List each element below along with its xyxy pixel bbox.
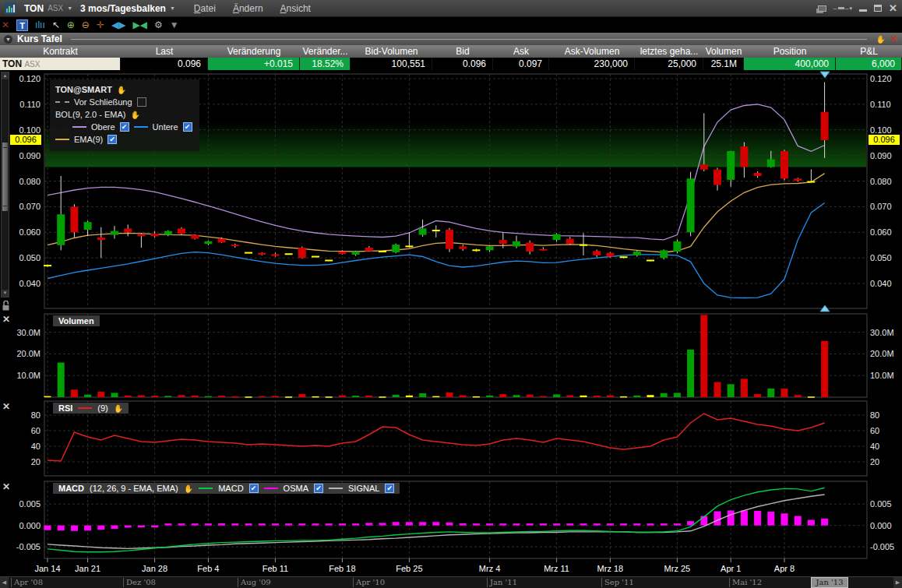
svg-text:0.070: 0.070 — [870, 202, 892, 211]
expand-bars-icon[interactable]: ▶◀ — [132, 18, 146, 32]
scroll-left-icon[interactable]: ◀ — [0, 577, 9, 588]
svg-text:Mrz 25: Mrz 25 — [664, 564, 691, 573]
menu-ändern[interactable]: Ändern — [233, 3, 263, 14]
close-volume-panel-icon[interactable]: ✕ — [2, 315, 10, 324]
timeframe-selector[interactable]: 3 mos/Tagesbalken ▼ — [80, 3, 175, 14]
close-macd-panel-icon[interactable]: ✕ — [2, 482, 10, 491]
column-header-last[interactable]: Last — [121, 45, 208, 58]
menu-ansicht[interactable]: Ansicht — [280, 3, 311, 14]
price-scale-scrollbar[interactable]: ▲ ▼ — [1, 72, 9, 298]
pre-close-checkbox[interactable] — [137, 97, 146, 107]
quote-table-row[interactable]: TON ASX0.096+0.01518.52%100,5510.0960.09… — [0, 58, 902, 70]
settings-wrench-icon[interactable]: ⚙ — [154, 18, 163, 32]
history-scrollbar-thumb[interactable]: Jan '13 — [811, 577, 848, 588]
history-scrollbar[interactable]: ◀Apr '08Dez '08Aug '09Apr '10Jan '11Sep … — [0, 576, 902, 588]
close-red-icon[interactable]: ✕ — [2, 18, 9, 32]
svg-text:40: 40 — [870, 442, 879, 451]
maximize-button[interactable] — [874, 5, 882, 12]
svg-text:0.000: 0.000 — [870, 521, 892, 530]
ema-checkbox[interactable]: ✔ — [107, 135, 117, 144]
more-dropdown-icon[interactable]: ▼ — [170, 18, 179, 32]
hand-icon[interactable]: ✋ — [117, 86, 126, 94]
column-header-bid[interactable]: Bid — [432, 45, 493, 58]
cell-letztes-geha-[interactable]: 25,000 — [635, 58, 703, 70]
upper-band-line-sample — [72, 126, 86, 128]
volume-panel[interactable]: 10.0M10.0M20.0M20.0M30.0M30.0M — [16, 314, 893, 398]
chart-type-icon[interactable]: ılıı — [35, 18, 45, 32]
scroll-down-icon[interactable]: ▼ — [2, 290, 9, 297]
scroll-right-icon[interactable]: ▶ — [893, 577, 902, 588]
layout-cubes-icon[interactable] — [818, 5, 826, 12]
osma-checkbox[interactable]: ✔ — [314, 484, 323, 493]
rsi-label: RSI — [58, 403, 72, 413]
hand-icon[interactable]: ✋ — [876, 35, 885, 44]
cell-position[interactable]: 400,000 — [744, 58, 836, 70]
signal-series-label: SIGNAL — [348, 484, 379, 493]
signal-checkbox[interactable]: ✔ — [385, 484, 394, 493]
column-header-kontrakt[interactable]: Kontrakt — [0, 45, 121, 58]
svg-text:0.080: 0.080 — [19, 177, 41, 186]
hand-icon[interactable]: ✋ — [184, 484, 193, 493]
compress-bars-icon[interactable]: ◀▶ — [111, 18, 125, 32]
svg-text:0.050: 0.050 — [19, 253, 41, 262]
close-panel-icon[interactable]: ✕ — [890, 33, 898, 44]
hand-icon[interactable]: ✋ — [114, 404, 123, 413]
close-rsi-panel-icon[interactable]: ✕ — [2, 402, 10, 411]
quote-panel-header: ▼ Kurs Tafel ✋ ✕ — [0, 33, 902, 45]
quote-table-header: KontraktLastVeränderungVeränder...Bid-Vo… — [0, 45, 902, 58]
column-header-ver-nder-[interactable]: Veränder... — [300, 45, 351, 58]
upper-band-checkbox[interactable]: ✔ — [120, 122, 129, 132]
trendline-tool-icon[interactable]: ↖ — [52, 18, 60, 32]
cell-ver-nderung[interactable]: +0.015 — [208, 58, 300, 70]
text-tool-icon[interactable]: T — [16, 19, 28, 31]
symbol-selector[interactable]: TON ASX ▼ — [24, 3, 72, 14]
column-header-ask[interactable]: Ask — [493, 45, 549, 58]
lower-band-checkbox[interactable]: ✔ — [183, 122, 192, 132]
divider — [71, 39, 868, 40]
cell-ask[interactable]: 0.097 — [493, 58, 549, 70]
zoom-in-icon[interactable]: ⊕ — [67, 18, 75, 32]
cell-ask-volumen[interactable]: 230,000 — [549, 58, 635, 70]
macd-label: MACD — [58, 484, 84, 493]
svg-text:0.100: 0.100 — [19, 125, 41, 135]
cell-p-l[interactable]: 6,000 — [836, 58, 902, 70]
svg-text:0.005: 0.005 — [19, 499, 41, 509]
zoom-out-icon[interactable]: ⊖ — [82, 18, 90, 32]
svg-text:Feb 18: Feb 18 — [329, 564, 355, 573]
rsi-line-sample — [78, 407, 92, 409]
macd-checkbox[interactable]: ✔ — [249, 484, 259, 493]
cell-last[interactable]: 0.096 — [121, 58, 208, 70]
quote-panel-title: Kurs Tafel — [17, 33, 62, 44]
svg-text:20: 20 — [870, 457, 879, 467]
cell-bid-volumen[interactable]: 100,551 — [351, 58, 432, 70]
contract-cell[interactable]: TON ASX — [0, 58, 121, 70]
close-button[interactable]: ✕ — [889, 4, 897, 12]
collapse-icon[interactable]: ▼ — [4, 35, 12, 44]
scroll-up-icon[interactable]: ▲ — [2, 72, 9, 79]
column-header-p-l[interactable]: P&L — [836, 45, 902, 58]
rsi-panel[interactable]: 2020404060608080 — [31, 401, 880, 476]
hand-icon[interactable]: ✋ — [130, 111, 139, 119]
history-date-label: Mai '12 — [729, 578, 762, 587]
column-header-bid-volumen[interactable]: Bid-Volumen — [351, 45, 432, 58]
column-header-letztes-geha-[interactable]: letztes geha... — [635, 45, 703, 58]
column-header-volumen[interactable]: Volumen — [703, 45, 744, 58]
column-header-position[interactable]: Position — [744, 45, 836, 58]
crosshair-icon[interactable]: ✛ — [97, 18, 104, 32]
menu-datei[interactable]: Datei — [194, 3, 216, 14]
scrollbar-thumb[interactable] — [2, 143, 8, 211]
menubar: DateiÄndernAnsicht — [194, 3, 311, 14]
svg-text:0.000: 0.000 — [19, 521, 41, 530]
tws-chart-window: TON ASX ▼ 3 mos/Tagesbalken ▼ DateiÄnder… — [0, 0, 902, 588]
column-header-ask-volumen[interactable]: Ask-Volumen — [549, 45, 635, 58]
cell-ver-nder-[interactable]: 18.52% — [300, 58, 351, 70]
lock-icon[interactable] — [1, 299, 11, 312]
pin-icon[interactable]: ––▾ — [833, 5, 853, 12]
cell-volumen[interactable]: 25.1M — [703, 58, 744, 70]
svg-text:60: 60 — [870, 426, 879, 435]
column-header-ver-nderung[interactable]: Veränderung — [208, 45, 300, 58]
svg-text:30.0M: 30.0M — [16, 328, 41, 337]
cell-bid[interactable]: 0.096 — [432, 58, 493, 70]
minimize-button[interactable] — [859, 9, 867, 12]
history-date-label: Sep '11 — [601, 578, 634, 587]
